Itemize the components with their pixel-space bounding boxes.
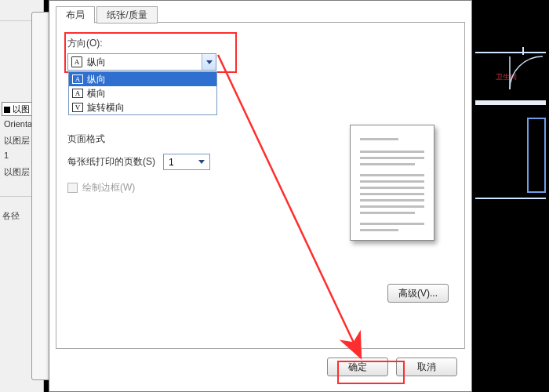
cad-viewport: 卫生间 <box>472 0 549 392</box>
advanced-button[interactable]: 高级(V)... <box>387 284 449 303</box>
pages-per-sheet-label: 每张纸打印的页数(S) <box>67 155 155 169</box>
orientation-value: 纵向 <box>85 56 202 69</box>
dialog-button-bar: 确定 取消 <box>56 352 465 382</box>
option-label: 横向 <box>87 87 106 100</box>
tab-content: 方向(O): A 纵向 A 纵向 A <box>56 23 465 349</box>
tab-paper-quality[interactable]: 纸张/质量 <box>96 6 157 24</box>
orientation-combobox[interactable]: A 纵向 A 纵向 A 横向 <box>67 53 216 71</box>
orientation-option-landscape[interactable]: A 横向 <box>69 86 216 100</box>
orientation-option-portrait[interactable]: A 纵向 <box>69 72 216 86</box>
option-label: 旋转横向 <box>87 101 125 114</box>
orientation-option-rotated-landscape[interactable]: V 旋转横向 <box>69 100 216 114</box>
pages-per-sheet-value: 1 <box>169 157 174 168</box>
page-format-label: 页面格式 <box>67 132 232 146</box>
ok-button[interactable]: 确定 <box>327 358 388 376</box>
chevron-down-icon <box>198 160 205 164</box>
orientation-dropdown-list: A 纵向 A 横向 V 旋转横向 <box>68 71 217 115</box>
tab-strip: 布局 纸张/质量 <box>56 5 465 23</box>
portrait-icon: A <box>72 74 83 84</box>
portrait-icon: A <box>71 56 82 67</box>
orientation-dropdown-button[interactable] <box>202 54 216 70</box>
orientation-label: 方向(O): <box>67 37 232 50</box>
rotated-landscape-icon: V <box>72 103 83 112</box>
cancel-button[interactable]: 取消 <box>396 358 457 376</box>
chevron-down-icon <box>206 60 213 64</box>
draw-border-label: 绘制边框(W) <box>82 181 135 194</box>
draw-border-checkbox <box>67 183 78 193</box>
tab-layout[interactable]: 布局 <box>56 6 95 24</box>
pages-per-sheet-select[interactable]: 1 <box>163 154 210 170</box>
landscape-icon: A <box>72 89 83 98</box>
bg-path-label: 各径 <box>2 210 20 222</box>
page-preview <box>350 125 434 241</box>
option-label: 纵向 <box>87 73 106 86</box>
print-properties-dialog: 布局 纸张/质量 方向(O): A 纵向 A 纵向 <box>49 0 472 392</box>
